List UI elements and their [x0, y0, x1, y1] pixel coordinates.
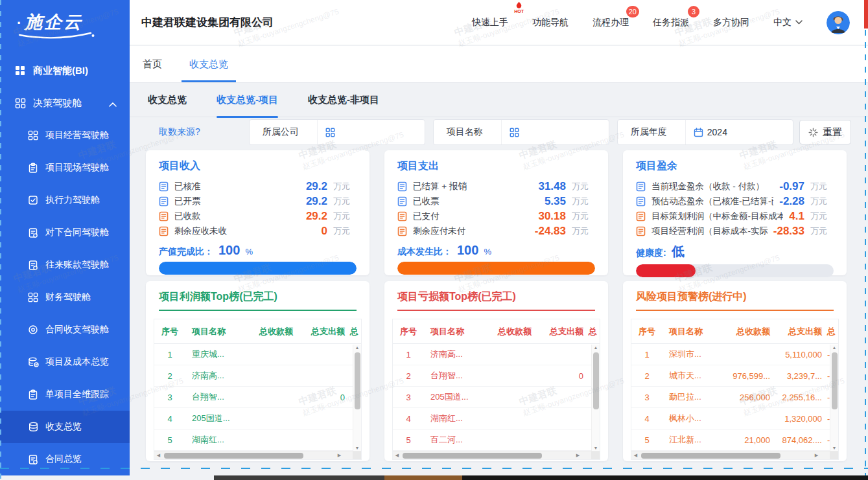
vertical-scrollbar[interactable]: ▲▼ — [591, 345, 600, 451]
nav-process-handling[interactable]: 流程办理 20 — [592, 17, 629, 29]
scroll-up-icon[interactable]: ▲ — [592, 345, 600, 350]
sidebar-item-contract-inout[interactable]: 合同收支驾驶舱 — [0, 314, 130, 346]
table-row: 3台翔智...0 — [154, 387, 362, 408]
sidebar-item-label: 收支总览 — [45, 421, 82, 433]
subtab-overview-nonproject[interactable]: 收支总览-非项目 — [308, 84, 379, 117]
document-icon — [636, 211, 646, 222]
scrollbar-thumb[interactable] — [355, 352, 360, 409]
table-row: 4205国道... — [154, 408, 362, 429]
table-cell: 江北新... — [663, 434, 721, 446]
progress-fill — [159, 262, 357, 275]
grid-picker-icon — [510, 128, 519, 137]
table-cell: 台翔智... — [185, 391, 244, 403]
scrollbar-thumb[interactable] — [403, 453, 542, 459]
sidebar-item-contract-overview[interactable]: 合同总览 — [0, 443, 130, 475]
nav-label: 流程办理 — [592, 17, 629, 27]
kpi-label: 项目经营利润（目标成本-实际成本） — [651, 225, 768, 237]
kpi-unit: 万元 — [810, 181, 834, 192]
scroll-down-icon[interactable]: ▼ — [830, 446, 838, 450]
column-header: 序号 — [154, 326, 185, 337]
company-filter[interactable]: 所属公司 — [249, 119, 425, 145]
vertical-scrollbar[interactable]: ▲▼ — [353, 345, 361, 451]
scroll-right-icon[interactable]: ▶ — [335, 451, 344, 459]
table-cell: 4 — [154, 414, 185, 424]
kpi-row: 已结算 + 报销 31.48 万元 — [384, 179, 608, 194]
kpi-footer-value: 100 — [218, 243, 240, 258]
scroll-right-icon[interactable]: ▶ — [574, 451, 582, 459]
project-filter-field[interactable] — [501, 120, 609, 144]
horizontal-scrollbar[interactable]: ◀▶ — [154, 451, 361, 459]
tab-home[interactable]: 首页 — [143, 46, 162, 82]
user-avatar[interactable] — [827, 11, 850, 34]
card-title: 项目支出 — [397, 159, 595, 173]
reset-button[interactable]: 重置 — [799, 120, 851, 144]
filter-label: 项目名称 — [434, 126, 501, 138]
nav-multi-party[interactable]: 多方协同 — [713, 17, 749, 29]
risk-warning-table: 序号项目名称总收款额总支出额总 1深圳市...5,110,000-2城市天...… — [631, 319, 839, 460]
year-filter[interactable]: 所属年度 2024 — [617, 119, 793, 145]
scroll-down-icon[interactable]: ▼ — [353, 446, 361, 450]
sidebar-item-current-accounts[interactable]: 往来账款驾驶舱 — [0, 249, 130, 281]
sidebar-item-label: 单项目全维跟踪 — [45, 389, 109, 400]
kpi-unit: 万元 — [333, 225, 357, 237]
horizontal-scrollbar[interactable]: ◀▶ — [393, 451, 600, 459]
table-header: 序号项目名称总收款额总支出额总 — [393, 319, 600, 344]
calendar-icon — [694, 128, 703, 137]
sidebar-item-single-project-tracking[interactable]: 单项目全维跟踪 — [0, 378, 130, 411]
subtab-overview-project[interactable]: 收支总览-项目 — [217, 84, 278, 117]
vertical-scrollbar[interactable]: ▲▼ — [830, 345, 838, 451]
sidebar-item-project-operation[interactable]: 项目经营驾驶舱 — [0, 119, 130, 152]
scroll-left-icon[interactable]: ◀ — [631, 451, 640, 459]
table-cell: 976,599... — [721, 371, 774, 381]
year-filter-field[interactable]: 2024 — [685, 120, 793, 144]
scrollbar-thumb[interactable] — [593, 352, 599, 409]
sidebar-item-project-site[interactable]: 项目现场驾驶舱 — [0, 152, 130, 184]
table-cell: 1,320,000 — [774, 414, 823, 424]
sidebar-item-execution[interactable]: 执行力驾驶舱 — [0, 184, 130, 216]
scroll-up-icon[interactable]: ▲ — [830, 345, 838, 350]
sidebar-item-income-expense-overview[interactable]: 收支总览 — [0, 411, 130, 443]
sidebar-item-label: 对下合同驾驶舱 — [45, 227, 109, 238]
kpi-row: 已开票 29.2 万元 — [146, 194, 369, 209]
progress-bar — [397, 262, 595, 275]
kpi-value: 0 — [322, 225, 327, 238]
language-selector[interactable]: 中文 — [773, 17, 803, 29]
horizontal-scrollbar[interactable]: ◀▶ — [631, 451, 838, 459]
kpi-footer-label: 产值完成比： — [159, 246, 213, 258]
table-cell: 5 — [631, 435, 663, 445]
company-filter-field[interactable] — [317, 120, 425, 144]
scroll-up-icon[interactable]: ▲ — [353, 345, 361, 350]
screenshot-border-bottom — [0, 468, 868, 469]
scrollbar-thumb[interactable] — [164, 453, 303, 459]
nav-function-nav[interactable]: 功能导航 — [532, 17, 569, 29]
kpi-unit: 万元 — [810, 225, 834, 237]
scrollbar-thumb[interactable] — [832, 352, 838, 409]
table-cell: 1 — [154, 350, 185, 360]
column-header: 总支出额 — [774, 326, 823, 337]
tab-income-expense-overview[interactable]: 收支总览 — [189, 46, 228, 82]
scroll-left-icon[interactable]: ◀ — [393, 451, 401, 459]
table-header: 序号项目名称总收款额总支出额总 — [631, 319, 839, 344]
sidebar-group-decision-cockpit[interactable]: 决策驾驶舱 — [0, 87, 130, 119]
scroll-left-icon[interactable]: ◀ — [154, 451, 163, 459]
kpi-footer: 成本发生比： 100 % — [397, 243, 595, 258]
data-source-link[interactable]: 取数来源? — [159, 126, 200, 138]
scroll-right-icon[interactable]: ▶ — [812, 451, 821, 459]
table-body: 1重庆城...2济南高...3台翔智...04205国道...5湖南红... — [154, 344, 362, 451]
subtab-overview[interactable]: 收支总览 — [148, 84, 187, 117]
scrollbar-thumb[interactable] — [641, 453, 780, 459]
kpi-footer-unit: % — [484, 247, 491, 257]
sidebar-item-project-cost-overview[interactable]: 项目及成本总览 — [0, 346, 130, 378]
sidebar-item-finance[interactable]: 财务驾驶舱 — [0, 281, 130, 314]
scroll-down-icon[interactable]: ▼ — [592, 446, 600, 450]
kpi-row: 项目经营利润（目标成本-实际成本） -28.33 万元 — [623, 223, 847, 238]
clipboard-icon — [27, 389, 39, 400]
nav-quick-start[interactable]: 快速上手 HOT — [472, 17, 508, 29]
nav-task-assignment[interactable]: 任务指派 3 — [653, 17, 689, 29]
sidebar-item-sub-contract[interactable]: 对下合同驾驶舱 — [0, 216, 130, 249]
column-header: 总收款额 — [482, 326, 535, 337]
kpi-label: 已核准 — [174, 181, 300, 192]
project-name-filter[interactable]: 项目名称 — [433, 119, 609, 145]
sidebar-item-bi[interactable]: 商业智能(BI) — [0, 54, 130, 87]
kpi-row: 目标策划利润（中标金额-目标成本） 4.1 万元 — [623, 209, 847, 223]
